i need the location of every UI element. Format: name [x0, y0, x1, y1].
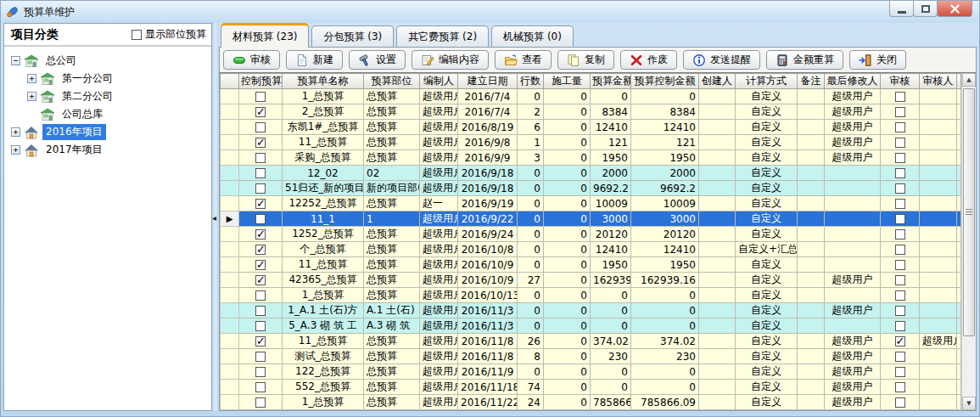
- cell-date[interactable]: 2016/9/18: [458, 166, 518, 181]
- audit-checkbox[interactable]: [895, 275, 905, 285]
- cell-remark[interactable]: [798, 89, 825, 104]
- control-checkbox[interactable]: [255, 92, 266, 102]
- minus-box-icon[interactable]: −: [11, 56, 20, 65]
- audit-checkbox[interactable]: [895, 92, 905, 102]
- cell-remark[interactable]: [798, 273, 825, 288]
- cell-lines[interactable]: 0: [518, 166, 544, 181]
- cell-date[interactable]: 2016/11/3: [458, 303, 518, 318]
- cell-calc[interactable]: 自定义: [736, 120, 798, 135]
- cell-auditor[interactable]: [920, 303, 957, 318]
- cell-qty[interactable]: 0: [544, 273, 591, 288]
- row-selector[interactable]: [221, 334, 239, 349]
- cell-audit[interactable]: [881, 150, 920, 166]
- cell-lines[interactable]: 0: [518, 196, 544, 211]
- cell-creator[interactable]: [699, 364, 736, 380]
- cell-amount[interactable]: 3000: [591, 211, 631, 227]
- cell-calc[interactable]: 自定义: [736, 150, 798, 166]
- plus-box-icon[interactable]: +: [27, 92, 36, 101]
- cell-creator[interactable]: [699, 318, 736, 334]
- cell-control[interactable]: [239, 104, 283, 120]
- cell-camount[interactable]: 785866.09: [631, 395, 699, 410]
- cell-author[interactable]: 超级用户: [420, 273, 458, 288]
- cell-camount[interactable]: 230: [631, 349, 699, 364]
- cell-remark[interactable]: [798, 380, 825, 395]
- cell-auditor[interactable]: [920, 349, 957, 364]
- scrollbar-track[interactable]: [962, 87, 976, 397]
- cell-qty[interactable]: 0: [544, 181, 591, 196]
- cell-remark[interactable]: [798, 181, 825, 196]
- cell-qty[interactable]: 0: [544, 104, 591, 120]
- cell-amount[interactable]: 2000: [591, 166, 631, 181]
- cell-control[interactable]: [239, 120, 283, 135]
- cell-modifier[interactable]: 超级用户: [825, 273, 881, 288]
- cell-qty[interactable]: 0: [544, 349, 591, 364]
- cell-author[interactable]: 超级用户: [420, 181, 458, 196]
- cell-name[interactable]: 5_A.3 砌 筑 工: [283, 318, 364, 334]
- cell-amount[interactable]: 9692.2: [591, 181, 631, 196]
- cell-author[interactable]: 超级用户: [420, 89, 458, 104]
- cell-part[interactable]: 总预算: [364, 395, 420, 410]
- cell-control[interactable]: [239, 395, 283, 410]
- cell-creator[interactable]: [699, 257, 736, 273]
- cell-name[interactable]: 11_总预算: [283, 334, 364, 349]
- tree-item[interactable]: +第一分公司: [9, 70, 211, 87]
- scroll-down-button[interactable]: ▼: [962, 397, 976, 410]
- cell-auditor[interactable]: [920, 120, 957, 135]
- cell-camount[interactable]: 1950: [631, 150, 699, 166]
- cell-camount[interactable]: 0: [631, 318, 699, 334]
- cell-auditor[interactable]: [920, 318, 957, 334]
- cell-amount[interactable]: 785866.09: [591, 395, 631, 410]
- cell-control[interactable]: [239, 364, 283, 380]
- cell-qty[interactable]: 0: [544, 120, 591, 135]
- cell-creator[interactable]: [699, 150, 736, 166]
- cell-author[interactable]: 超级用户: [420, 349, 458, 364]
- control-checkbox[interactable]: [255, 382, 266, 392]
- cell-camount[interactable]: 0: [631, 303, 699, 318]
- vertical-scrollbar[interactable]: ▲ ▼: [961, 73, 976, 410]
- cell-part[interactable]: 总预算: [364, 89, 420, 104]
- cell-author[interactable]: 超级用户: [420, 334, 458, 349]
- column-header-lines[interactable]: 行数: [518, 74, 544, 89]
- cell-lines[interactable]: 0: [518, 303, 544, 318]
- close-panel-button[interactable]: 关闭: [849, 50, 906, 70]
- cell-modifier[interactable]: 超级用户: [825, 135, 881, 150]
- cell-name[interactable]: 11_1: [283, 211, 364, 227]
- cell-auditor[interactable]: [920, 196, 957, 211]
- cell-modifier[interactable]: [825, 318, 881, 334]
- cell-qty[interactable]: 0: [544, 380, 591, 395]
- cell-qty[interactable]: 0: [544, 89, 591, 104]
- cell-creator[interactable]: [699, 166, 736, 181]
- cell-camount[interactable]: 2000: [631, 166, 699, 181]
- cell-lines[interactable]: 74: [518, 380, 544, 395]
- table-row[interactable]: ▶11_11超级用户2016/9/220030003000自定义: [221, 211, 961, 227]
- audit-checkbox[interactable]: [895, 336, 905, 347]
- row-selector[interactable]: [221, 364, 239, 380]
- cell-auditor[interactable]: [920, 135, 957, 150]
- close-button[interactable]: [937, 1, 972, 17]
- cell-name[interactable]: 552_总预算: [283, 380, 364, 395]
- cell-camount[interactable]: 0: [631, 288, 699, 303]
- cell-lines[interactable]: 0: [518, 364, 544, 380]
- cell-part[interactable]: 总预算: [364, 288, 420, 303]
- cell-lines[interactable]: 0: [518, 288, 544, 303]
- column-header-creator[interactable]: 创建人: [699, 74, 736, 89]
- splitter-collapse-icon[interactable]: ◂: [212, 213, 216, 223]
- tree-item[interactable]: +2017年项目: [9, 141, 211, 159]
- audit-checkbox[interactable]: [895, 321, 905, 331]
- cell-author[interactable]: 超级用户: [420, 211, 458, 227]
- cell-lines[interactable]: 0: [518, 181, 544, 196]
- cell-amount[interactable]: 12410: [591, 120, 631, 135]
- audit-checkbox[interactable]: [895, 397, 905, 408]
- cell-modifier[interactable]: [825, 181, 881, 196]
- cell-auditor[interactable]: [920, 211, 957, 227]
- scroll-up-button[interactable]: ▲: [962, 73, 976, 87]
- cell-creator[interactable]: [699, 303, 736, 318]
- audit-checkbox[interactable]: [895, 352, 905, 362]
- control-checkbox[interactable]: [255, 214, 266, 224]
- cell-control[interactable]: [239, 288, 283, 303]
- cell-date[interactable]: 2016/11/3: [458, 318, 518, 334]
- table-row[interactable]: 东凯1#_总预算总预算超级用户2016/8/19601241012410自定义超…: [221, 120, 961, 135]
- tab-0[interactable]: 材料预算 (23): [221, 23, 309, 48]
- cell-audit[interactable]: [881, 211, 920, 227]
- panel-splitter[interactable]: ◂: [212, 23, 219, 411]
